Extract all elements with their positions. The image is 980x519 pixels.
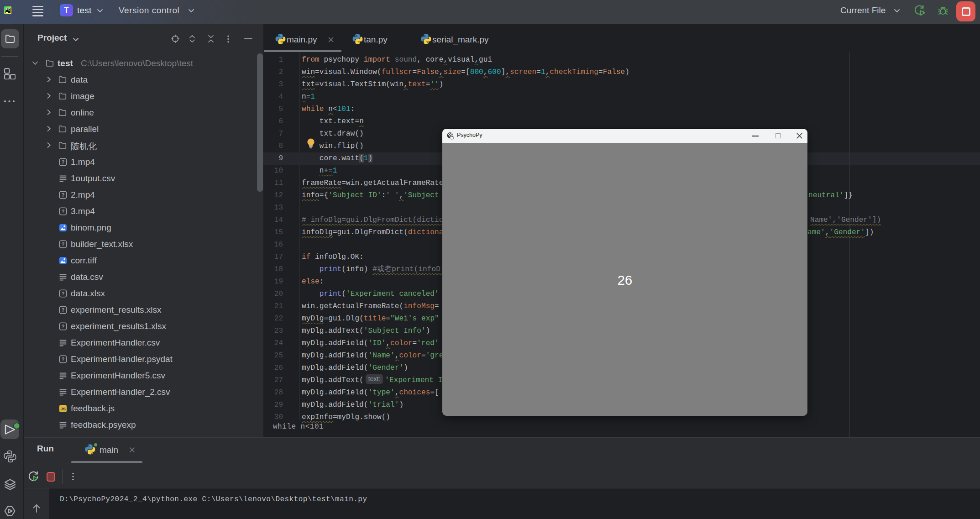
svg-text:?: ? — [62, 324, 65, 329]
svg-text:?: ? — [62, 241, 65, 247]
svg-text:?: ? — [62, 356, 65, 362]
svg-text:JS: JS — [60, 406, 66, 411]
svg-text:?: ? — [62, 291, 65, 296]
svg-text:?: ? — [62, 209, 65, 214]
svg-text:?: ? — [62, 159, 65, 165]
svg-text:?: ? — [62, 192, 65, 198]
svg-text:?: ? — [62, 307, 65, 313]
